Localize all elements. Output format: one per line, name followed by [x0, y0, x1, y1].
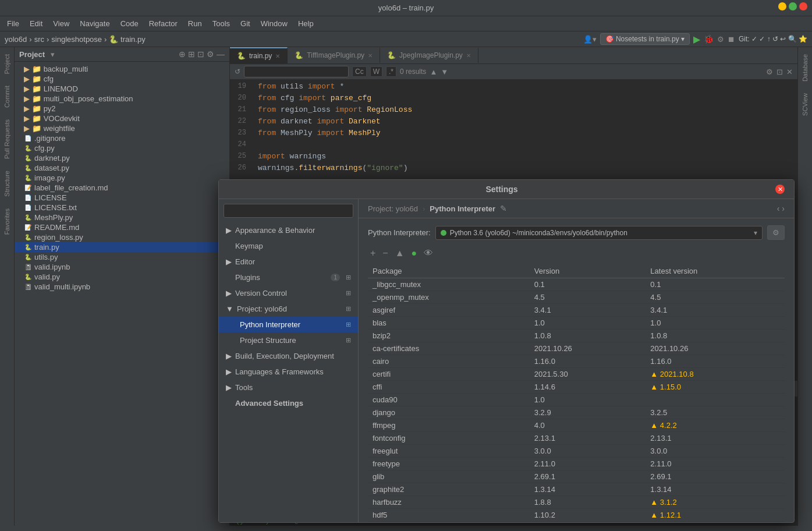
tab-jpeg[interactable]: 🐍 JpegImagePlugin.py ✕ — [380, 48, 478, 63]
close-window-button[interactable] — [799, 2, 807, 10]
menu-tools[interactable]: Tools — [208, 17, 235, 30]
add-package-btn[interactable]: + — [368, 247, 378, 260]
run-button[interactable]: ▶ — [693, 34, 700, 45]
tab-close-jpeg[interactable]: ✕ — [466, 52, 471, 59]
add-icon[interactable]: ⊕ — [179, 49, 186, 59]
settings-nav-plugins[interactable]: Plugins 1 ⊞ — [219, 270, 358, 285]
settings-nav-keymap[interactable]: Keymap — [219, 238, 358, 254]
structure-vtab[interactable]: Structure — [1, 166, 13, 201]
settings-nav-tools[interactable]: ▶ Tools — [219, 380, 358, 395]
find-input[interactable] — [244, 66, 349, 77]
menu-file[interactable]: File — [2, 17, 24, 30]
settings-icon[interactable]: ⚙ — [207, 49, 214, 59]
settings-search-input[interactable] — [224, 204, 353, 218]
find-regex-btn[interactable]: .* — [386, 66, 396, 77]
menu-navigate[interactable]: Navigate — [75, 17, 114, 30]
tree-item-backup-multi[interactable]: ▶ 📁 backup_multi — [15, 64, 229, 74]
breadcrumb-edit-icon[interactable]: ✎ — [500, 204, 507, 213]
find-word-btn[interactable]: W — [370, 66, 382, 77]
menu-refactor[interactable]: Refactor — [144, 17, 182, 30]
menu-view[interactable]: View — [48, 17, 74, 30]
favorites-vtab[interactable]: Favorites — [1, 204, 13, 239]
find-down-btn[interactable]: ▼ — [441, 68, 448, 76]
breadcrumb-singleshotpose[interactable]: singleshotpose — [51, 35, 102, 44]
tree-item-utils[interactable]: 🐍 utils.py — [15, 252, 229, 262]
tab-train-py[interactable]: 🐍 train.py ✕ — [230, 47, 288, 63]
tree-item-py2[interactable]: ▶ 📁 py2 — [15, 104, 229, 114]
install-package-btn[interactable]: ● — [409, 247, 420, 260]
sidebar-dropdown[interactable]: ▾ — [51, 50, 55, 59]
settings-nav-advanced[interactable]: Advanced Settings — [219, 395, 358, 411]
tree-item-readme[interactable]: 📝 README.md — [15, 222, 229, 232]
tree-item-dataset[interactable]: 🐍 dataset.py — [15, 163, 229, 173]
tree-item-image[interactable]: 🐍 image.py — [15, 173, 229, 183]
settings-nav-editor[interactable]: ▶ Editor — [219, 254, 358, 270]
tree-item-train[interactable]: 🐍 train.py — [15, 242, 229, 252]
tree-item-valid-multi[interactable]: 📓 valid_multi.ipynb — [15, 282, 229, 292]
settings-nav-appearance[interactable]: ▶ Appearance & Behavior — [219, 222, 358, 238]
pull-requests-vtab[interactable]: Pull Requests — [1, 115, 13, 164]
tree-item-valid-ipynb[interactable]: 📓 valid.ipynb — [15, 262, 229, 272]
minimize-button[interactable] — [778, 2, 786, 10]
menu-run[interactable]: Run — [183, 17, 207, 30]
tree-item-linemod[interactable]: ▶ 📁 LINEMOD — [15, 84, 229, 94]
stop-button[interactable]: ⏹ — [728, 35, 735, 44]
menu-code[interactable]: Code — [116, 17, 143, 30]
modal-close-button[interactable]: ✕ — [775, 185, 785, 194]
maximize-button[interactable] — [789, 2, 797, 10]
breadcrumb-yolo6d[interactable]: yolo6d — [5, 35, 27, 44]
settings-nav-python-interpreter[interactable]: Python Interpreter ⊞ — [219, 317, 358, 332]
tree-item-gitignore[interactable]: 📄 .gitignore — [15, 133, 229, 143]
commit-vtab[interactable]: Commit — [1, 81, 13, 112]
tab-close[interactable]: ✕ — [275, 53, 280, 59]
tree-item-valid-py[interactable]: 🐍 valid.py — [15, 272, 229, 282]
find-case-btn[interactable]: Cc — [352, 66, 367, 77]
up-package-btn[interactable]: ▲ — [393, 247, 407, 260]
project-vtab[interactable]: Project — [1, 49, 13, 79]
settings-nav-project-structure[interactable]: Project Structure ⊞ — [219, 332, 358, 348]
breadcrumb-src[interactable]: src — [34, 35, 44, 44]
tree-item-vocdevkit[interactable]: ▶ 📁 VOCdevkit — [15, 114, 229, 123]
find-prev-btn[interactable]: ↺ — [235, 68, 240, 76]
settings-nav-build[interactable]: ▶ Build, Execution, Deployment — [219, 348, 358, 364]
debug-button[interactable]: 🐞 — [704, 34, 714, 44]
sync-icon[interactable]: ⊞ — [188, 49, 195, 59]
tree-item-cfg-py[interactable]: 🐍 cfg.py — [15, 143, 229, 153]
tab-tiff[interactable]: 🐍 TiffImagePlugin.py ✕ — [288, 48, 380, 63]
nav-forward-btn[interactable]: › — [782, 204, 785, 213]
coverage-button[interactable]: ⚙ — [717, 35, 724, 44]
scview-panel-btn[interactable]: SCView — [799, 88, 811, 121]
find-close-btn[interactable]: ✕ — [786, 68, 793, 76]
database-panel-btn[interactable]: Database — [799, 49, 811, 86]
breadcrumb-trainpy[interactable]: 🐍 train.py — [109, 35, 145, 44]
tab-close-tiff[interactable]: ✕ — [368, 52, 373, 59]
show-paths-btn[interactable]: 👁 — [421, 247, 435, 260]
find-options-btn[interactable]: ⚙ — [766, 68, 773, 76]
tree-item-darknet[interactable]: 🐍 darknet.py — [15, 153, 229, 163]
filter-icon[interactable]: ⊡ — [197, 49, 204, 59]
interpreter-select[interactable]: Python 3.6 (yolo6d) ~/miniconda3/envs/yo… — [435, 226, 763, 240]
tree-item-license[interactable]: 📄 LICENSE — [15, 193, 229, 203]
find-up-btn[interactable]: ▲ — [430, 68, 437, 76]
user-icon[interactable]: 👤▾ — [583, 35, 597, 44]
settings-nav-project[interactable]: ▼ Project: yolo6d ⊞ — [219, 301, 358, 317]
interpreter-gear-button[interactable]: ⚙ — [767, 225, 785, 240]
menu-help[interactable]: Help — [293, 17, 318, 30]
settings-nav-languages[interactable]: ▶ Languages & Frameworks — [219, 364, 358, 380]
tree-item-multi-obj[interactable]: ▶ 📁 multi_obj_pose_estimation — [15, 94, 229, 104]
menu-git[interactable]: Git — [236, 17, 255, 30]
collapse-icon[interactable]: — — [217, 49, 225, 59]
settings-nav-vcs[interactable]: ▶ Version Control ⊞ — [219, 285, 358, 301]
tree-item-label-file[interactable]: 📝 label_file_creation.md — [15, 183, 229, 193]
tree-item-cfg[interactable]: ▶ 📁 cfg — [15, 74, 229, 84]
tree-item-meshply[interactable]: 🐍 MeshPly.py — [15, 213, 229, 222]
tree-item-license-txt[interactable]: 📄 LICENSE.txt — [15, 203, 229, 213]
remove-package-btn[interactable]: − — [380, 247, 390, 260]
find-filter-btn[interactable]: ⊡ — [776, 68, 783, 76]
menu-window[interactable]: Window — [256, 17, 292, 30]
tree-item-weightfile[interactable]: ▶ 📁 weightfile — [15, 123, 229, 133]
nav-back-btn[interactable]: ‹ — [777, 204, 780, 213]
tree-item-region-loss[interactable]: 🐍 region_loss.py — [15, 232, 229, 242]
menu-edit[interactable]: Edit — [25, 17, 47, 30]
run-config-button[interactable]: 🎯 Nosetests in train.py ▾ — [600, 33, 690, 45]
